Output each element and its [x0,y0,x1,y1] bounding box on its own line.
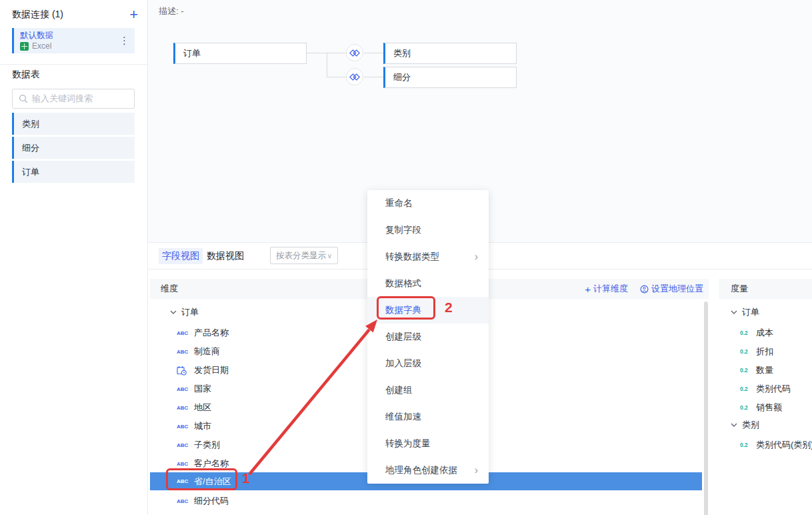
dimension-field-label: 产品名称 [194,327,229,339]
data-table-item[interactable]: 细分 [12,137,135,159]
search-input[interactable]: 输入关键词搜索 [12,89,135,109]
menu-item[interactable]: 加入层级 [367,350,489,377]
measure-field-row[interactable]: 0.2折扣 [719,342,812,361]
abc-field-icon: ABC [177,405,190,411]
measure-field-row[interactable]: 0.2成本 [719,324,812,342]
data-tables-title: 数据表 [12,69,40,81]
measure-field-row[interactable]: 0.2数量 [719,361,812,380]
dimension-field-label: 细分代码 [194,495,229,507]
table-node-orders[interactable]: 订单 [173,43,307,64]
data-table-item[interactable]: 类别 [12,113,135,135]
measure-number-icon: 0.2 [740,330,752,336]
dimension-field-label: 国家 [194,383,211,395]
menu-item[interactable]: 数据字典 [367,297,489,324]
add-connection-icon[interactable]: + [129,8,138,21]
measure-group-label: 类别 [742,419,759,431]
menu-item-label: 数据字典 [385,305,421,315]
abc-field-icon: ABC [177,386,190,392]
measure-field-row[interactable]: 0.2类别代码 [719,380,812,398]
chevron-down-icon [731,310,737,314]
dimension-field-label: 城市 [194,420,211,432]
menu-item[interactable]: 数据格式 [367,270,489,297]
measure-group-row[interactable]: 类别 [719,416,812,434]
menu-item-label: 转换数据类型 [385,251,439,262]
connector-line [364,53,383,53]
set-geo-button[interactable]: 设置地理位置 [640,283,703,295]
table-node-segment[interactable]: 细分 [383,67,517,88]
connection-name: 默认数据 [20,30,129,41]
measure-field-label: 类别代码(类别) [756,439,812,451]
geo-globe-icon [640,285,649,294]
dimension-field-label: 省/自治区 [194,476,231,488]
data-table-list: 类别细分订单 [12,113,135,185]
menu-item[interactable]: 创建组 [367,377,489,404]
field-context-menu: 重命名复制字段转换数据类型›数据格式数据字典创建层级加入层级创建组维值加速转换为… [367,190,489,484]
more-options-icon[interactable]: ⋮ [119,35,129,47]
abc-field-icon: ABC [177,498,190,504]
dimensions-scrollbar[interactable] [704,302,708,515]
sidebar: 数据连接 (1) + 默认数据 Excel ⋮ 数据表 输入关键词搜索 类别细分… [0,0,148,515]
display-mode-select[interactable]: 按表分类显示 ∨ [270,247,338,264]
data-table-item[interactable]: 订单 [12,161,135,183]
measure-field-label: 数量 [756,364,773,376]
search-icon [19,94,28,103]
measure-field-label: 成本 [756,327,773,339]
abc-field-icon: ABC [177,424,190,430]
display-mode-value: 按表分类显示 [276,250,326,262]
dimension-field-label: 制造商 [194,346,220,358]
menu-item[interactable]: 创建层级 [367,324,489,350]
abc-field-icon: ABC [177,349,190,355]
table-node-label: 订单 [183,48,201,58]
table-node-category[interactable]: 类别 [383,43,517,64]
measure-number-icon: 0.2 [740,404,752,411]
menu-item[interactable]: 转换数据类型› [367,243,489,270]
join-icon[interactable] [346,68,363,85]
sidebar-divider [0,64,148,65]
menu-item-label: 创建组 [385,385,413,395]
tab-field-view[interactable]: 字段视图 [159,248,203,264]
plus-icon: + [585,285,591,294]
submenu-arrow-icon: › [475,457,478,484]
set-geo-label: 设置地理位置 [651,283,703,295]
connection-item-default[interactable]: 默认数据 Excel ⋮ [12,28,135,53]
data-connections-header: 数据连接 (1) + [12,7,138,23]
dimension-field-row[interactable]: ABC细分代码 [150,492,702,510]
menu-item-label: 维值加速 [385,412,421,422]
join-diamonds-icon [349,73,361,81]
connector-line [327,53,327,77]
measures-title: 度量 [731,283,748,295]
measure-number-icon: 0.2 [740,348,752,355]
date-field-icon [177,366,187,376]
menu-item[interactable]: 复制字段 [367,217,489,243]
measure-group-row[interactable]: 订单 [719,303,812,322]
measure-field-row[interactable]: 0.2销售额 [719,398,812,417]
connector-line [327,53,346,53]
dimension-field-label: 子类别 [194,439,220,451]
abc-field-icon: ABC [177,461,190,467]
table-node-label: 细分 [393,72,411,82]
measure-number-icon: 0.2 [740,367,752,374]
dimension-field-label: 客户名称 [194,458,229,470]
dimension-field-label: 地区 [194,402,211,414]
measure-field-label: 折扣 [756,346,773,358]
dimensions-actions: + 计算维度 设置地理位置 [585,283,703,295]
menu-item[interactable]: 地理角色创建依据› [367,457,489,484]
measure-field-row[interactable]: 0.2类别代码(类别) [719,436,812,454]
menu-item[interactable]: 维值加速 [367,404,489,430]
dimension-group-label: 订单 [181,306,199,318]
data-connections-title: 数据连接 (1) [12,9,63,21]
calc-dimension-label: 计算维度 [593,283,628,295]
join-icon[interactable] [346,44,363,61]
search-placeholder: 输入关键词搜索 [32,93,93,105]
menu-item[interactable]: 转换为度量 [367,430,489,457]
measures-header: 度量 [719,279,812,299]
calc-dimension-button[interactable]: + 计算维度 [585,283,628,295]
tab-data-view[interactable]: 数据视图 [207,250,244,262]
menu-item[interactable]: 重命名 [367,190,489,217]
measure-field-label: 销售额 [756,402,782,414]
measure-field-label: 类别代码 [756,383,791,395]
submenu-arrow-icon: › [475,243,478,270]
chevron-down-icon: ∨ [327,252,332,260]
menu-item-label: 重命名 [385,198,413,208]
dimensions-title: 维度 [161,283,178,295]
